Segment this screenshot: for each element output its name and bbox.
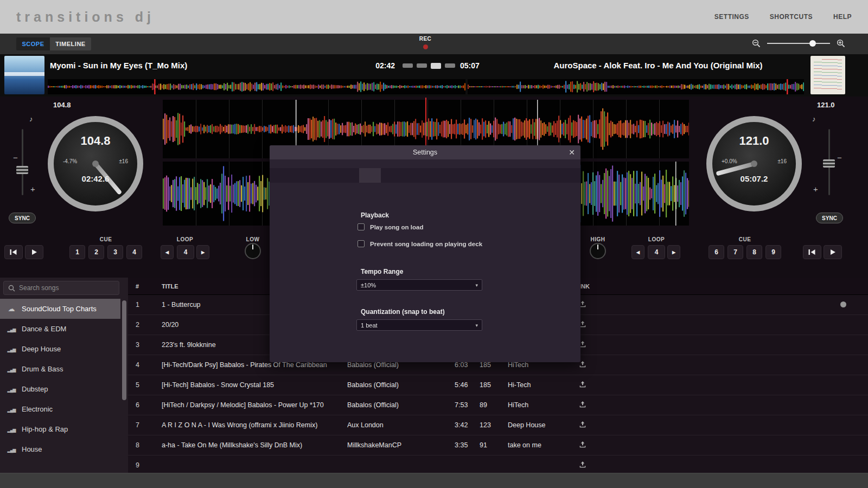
deck-b-sync-button[interactable]: SYNC (816, 213, 843, 223)
pitch-plus-label[interactable]: + (813, 184, 818, 194)
pitch-plus-label[interactable]: + (30, 184, 35, 194)
row-number: 7 (136, 421, 152, 429)
deck-a-loop-value[interactable]: 4 (177, 245, 194, 259)
tempo-range-select[interactable]: ±10% ▾ (356, 279, 482, 291)
cue-button[interactable]: 1 (69, 245, 85, 259)
assign-block[interactable] (403, 63, 413, 68)
external-link-icon[interactable] (571, 461, 595, 470)
playlist-item[interactable]: Hip-hop & Rap (0, 419, 120, 439)
table-row[interactable]: 9 (128, 455, 868, 473)
row-genre: Hi-Tech (508, 381, 572, 389)
external-link-icon[interactable] (571, 421, 595, 429)
dialog-tab[interactable] (381, 168, 403, 183)
top-menu-item[interactable]: SETTINGS (714, 13, 749, 21)
playlist-item[interactable]: Electronic (0, 399, 120, 419)
timeline-view-button[interactable]: TIMELINE (50, 37, 91, 50)
cue-button[interactable]: 9 (765, 245, 781, 259)
chart-icon (7, 385, 16, 393)
deck-a-pitch-slider[interactable] (22, 129, 23, 195)
chevron-down-icon: ▾ (475, 282, 478, 288)
external-link-icon[interactable] (571, 441, 595, 450)
cue-button[interactable]: 4 (126, 245, 142, 259)
playlist-item[interactable]: Dance & EDM (0, 319, 120, 339)
assign-block[interactable] (417, 63, 427, 68)
close-icon[interactable]: ✕ (569, 145, 575, 159)
deck-a-album-art (4, 56, 44, 94)
deck-b-loop-halve-button[interactable]: ◀ (631, 245, 644, 259)
deck-a-bpm-label: 104.8 (53, 101, 71, 109)
table-row[interactable]: 7 A R I Z O N A - I Was Wrong (offrami x… (128, 415, 868, 435)
zoom-slider[interactable] (767, 43, 830, 44)
playlist-item[interactable]: SoundCloud Top Charts (0, 299, 120, 319)
deck-a-loop-double-button[interactable]: ▶ (196, 245, 209, 259)
playlist-label: Dance & EDM (22, 325, 66, 333)
playlist-item[interactable]: Drum & Bass (0, 359, 120, 379)
pitch-minus-label[interactable]: − (837, 153, 842, 162)
column-header-title[interactable]: TITLE (162, 283, 178, 290)
table-row[interactable]: 6 [HiTech / Darkpsy / Melodic] Babalos -… (128, 395, 868, 415)
deck-a-sync-button[interactable]: SYNC (9, 213, 36, 223)
pitch-minus-label[interactable]: − (13, 153, 18, 162)
dialog-title-bar[interactable]: Settings ✕ (270, 145, 580, 159)
deck-b-loop-value[interactable]: 4 (648, 245, 665, 259)
deck-b-cue-label: CUE (709, 236, 781, 242)
deck-b-loop-double-button[interactable]: ▶ (667, 245, 680, 259)
cue-button[interactable]: 8 (746, 245, 762, 259)
table-row[interactable]: 8 a-ha - Take On Me (Millkshake's Silly … (128, 435, 868, 455)
zoom-slider-handle[interactable] (809, 40, 816, 47)
scope-view-button[interactable]: SCOPE (16, 37, 50, 50)
playlist-label: Hip-hop & Rap (22, 425, 68, 433)
search-input[interactable] (19, 284, 114, 292)
checkbox[interactable] (358, 223, 365, 230)
deck-a-eq-low-label: LOW (237, 236, 269, 242)
quantization-select[interactable]: 1 beat ▾ (356, 319, 482, 331)
table-row[interactable]: 5 [Hi-Tech] Babalos - Snow Crystal 185 B… (128, 375, 868, 395)
deck-b-track-title: AuroSpace - Alok Feat. Iro - Me And You … (510, 61, 806, 70)
table-scrollbar-thumb[interactable] (840, 301, 846, 307)
chart-icon (7, 345, 16, 353)
deck-b-track-overview[interactable] (468, 79, 804, 94)
row-artist: Babalos (Official) (347, 401, 450, 409)
top-menu-item[interactable]: SHORTCUTS (770, 13, 813, 21)
dialog-tab[interactable] (359, 168, 381, 183)
deck-a-jog-wheel[interactable]: 104.8 -4.7% ±16 02:42.6 (48, 116, 143, 211)
playlist-item[interactable]: House (0, 439, 120, 459)
deck-a-play-button[interactable] (25, 245, 43, 259)
record-control[interactable]: REC (413, 36, 437, 52)
top-menu-item[interactable]: HELP (833, 13, 852, 21)
checkbox[interactable] (358, 240, 365, 247)
assign-block-active[interactable] (431, 63, 441, 69)
row-time: 5:46 (455, 381, 478, 389)
deck-a-loop-halve-button[interactable]: ◀ (161, 245, 174, 259)
library-sidebar: SoundCloud Top Charts Dance & EDM Deep H… (0, 278, 128, 473)
zoom-in-icon[interactable] (837, 39, 845, 48)
deck-b-play-button[interactable] (824, 245, 842, 259)
deck-a-skip-start-button[interactable] (4, 245, 23, 259)
deck-b-high-eq-knob[interactable] (590, 243, 606, 259)
cue-button[interactable]: 3 (107, 245, 123, 259)
row-genre: take on me (508, 441, 572, 449)
deck-b-pitch-handle[interactable] (823, 159, 835, 168)
playlist-item[interactable]: Dubstep (0, 379, 120, 399)
cue-button[interactable]: 6 (709, 245, 724, 259)
external-link-icon[interactable] (571, 401, 595, 409)
deck-b-jog-wheel[interactable]: 121.0 +0.0% ±16 05:07.2 (706, 116, 802, 211)
assign-block[interactable] (445, 63, 455, 68)
checkbox-row[interactable]: Prevent song loading on playing deck (358, 240, 482, 247)
search-box[interactable] (3, 281, 119, 295)
row-number: 5 (136, 381, 152, 389)
playlist-item[interactable]: Deep House (0, 339, 120, 359)
zoom-out-icon[interactable] (752, 39, 761, 48)
checkbox-row[interactable]: Play song on load (358, 223, 482, 230)
deck-a-track-overview[interactable] (48, 79, 465, 94)
deck-b-skip-start-button[interactable] (803, 245, 821, 259)
cue-button[interactable]: 7 (727, 245, 743, 259)
cue-button[interactable]: 2 (88, 245, 104, 259)
playlist-label: House (22, 445, 42, 453)
deck-a-low-eq-knob[interactable] (245, 243, 261, 259)
deck-a-pitch-handle[interactable] (16, 166, 28, 174)
sidebar-scrollbar-thumb[interactable] (122, 300, 126, 400)
playlist-label: Drum & Bass (22, 365, 63, 373)
column-header-number[interactable]: # (136, 283, 139, 290)
external-link-icon[interactable] (571, 381, 595, 389)
